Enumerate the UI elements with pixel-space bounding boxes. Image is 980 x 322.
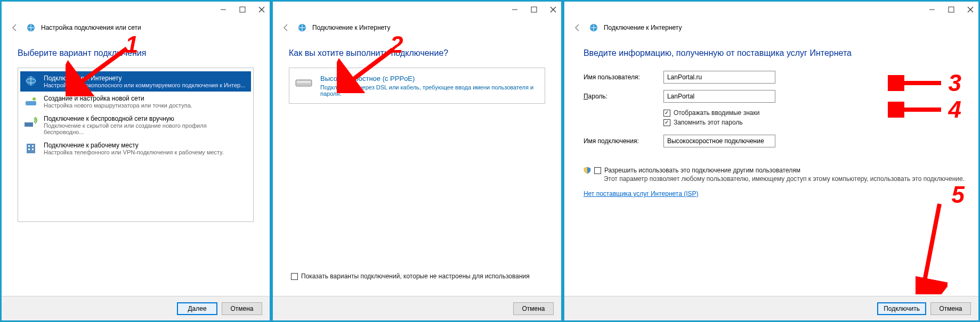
header-row: Подключение к Интернету — [273, 18, 561, 36]
header-title: Настройка подключения или сети — [41, 24, 141, 31]
minimize-button[interactable] — [511, 6, 519, 13]
titlebar — [2, 2, 270, 18]
wizard-step-1: Настройка подключения или сети Выберите … — [0, 0, 271, 322]
password-input[interactable] — [663, 90, 775, 103]
checkbox-checked-icon: ✓ — [663, 110, 670, 117]
checkbox-label: Показать варианты подключений, которые н… — [301, 273, 530, 280]
option-title: Подключение к беспроводной сети вручную — [44, 115, 248, 122]
show-unconfigured-checkbox[interactable]: Показать варианты подключений, которые н… — [291, 273, 545, 280]
svg-rect-18 — [531, 7, 537, 12]
annotation-number-4: 4 — [949, 96, 961, 123]
option-title: Подключение к рабочему месту — [44, 142, 224, 149]
svg-rect-14 — [28, 148, 30, 150]
annotation-number-2: 2 — [390, 31, 403, 58]
footer: Отмена — [273, 296, 561, 320]
titlebar — [564, 2, 978, 18]
svg-rect-26 — [949, 7, 954, 12]
footer: Далее Отмена — [2, 296, 270, 320]
allow-others-hint: Этот параметр позволяет любому пользоват… — [604, 175, 965, 183]
option-internet-connection[interactable]: Подключение к Интернету Настройка широко… — [20, 71, 251, 92]
option-desc: Настройка телефонного или VPN-подключени… — [44, 149, 224, 155]
maximize-button[interactable] — [947, 6, 955, 13]
option-pppoe[interactable]: Высокоскоростное (с PPPoE) Подключение ч… — [289, 68, 545, 104]
connection-name-label: Имя подключения: — [584, 137, 658, 145]
page-heading: Введите информацию, полученную от постав… — [584, 48, 965, 58]
wizard-step-2: Подключение к Интернету Как вы хотите вы… — [271, 0, 563, 322]
page-heading: Как вы хотите выполнить подключение? — [289, 48, 545, 58]
annotation-arrow-1 — [66, 43, 135, 96]
no-isp-link[interactable]: Нет поставщика услуг Интернета (ISP) — [584, 190, 965, 197]
connect-button[interactable]: Подключить — [877, 302, 926, 315]
annotation-number-3: 3 — [949, 70, 961, 96]
header-title: Подключение к Интернету — [604, 24, 682, 31]
checkbox-checked-icon: ✓ — [663, 119, 670, 126]
svg-rect-1 — [240, 7, 245, 12]
network-icon — [26, 23, 36, 32]
header-title: Подключение к Интернету — [312, 24, 391, 31]
allow-others-checkbox[interactable]: Разрешить использовать это подключение д… — [594, 167, 800, 174]
cancel-button[interactable]: Отмена — [222, 302, 262, 315]
username-label: Имя пользователя: — [584, 73, 658, 81]
cancel-button[interactable]: Отмена — [513, 302, 554, 315]
checkbox-label: Отображать вводимые знаки — [674, 109, 759, 117]
footer: Подключить Отмена — [564, 296, 978, 320]
building-icon — [23, 142, 38, 154]
network-icon — [589, 23, 598, 32]
checkbox-label: Разрешить использовать это подключение д… — [604, 167, 800, 174]
close-button[interactable] — [258, 6, 265, 13]
svg-line-16 — [76, 48, 127, 86]
svg-rect-11 — [27, 144, 35, 153]
svg-rect-13 — [32, 145, 34, 147]
annotation-number-1: 1 — [125, 31, 138, 58]
option-desc: Подключение к скрытой сети или создание … — [44, 122, 248, 135]
shield-icon — [584, 167, 591, 174]
minimize-button[interactable] — [220, 6, 227, 13]
checkbox-label: Запомнить этот пароль — [674, 119, 743, 126]
back-button[interactable] — [572, 22, 584, 34]
svg-line-24 — [347, 49, 393, 84]
svg-point-9 — [33, 97, 36, 101]
checkbox-icon — [291, 273, 298, 280]
wifi-icon — [23, 115, 38, 128]
svg-rect-12 — [28, 145, 30, 147]
svg-rect-15 — [32, 148, 34, 150]
back-button[interactable] — [9, 22, 21, 34]
annotation-number-5: 5 — [952, 181, 965, 208]
connection-options-list: Подключение к Интернету Настройка широко… — [18, 68, 254, 222]
svg-rect-23 — [297, 81, 311, 83]
username-input[interactable] — [663, 71, 775, 84]
checkbox-icon — [594, 167, 601, 174]
maximize-button[interactable] — [239, 6, 246, 13]
minimize-button[interactable] — [928, 6, 936, 13]
globe-icon — [23, 75, 38, 87]
option-wireless-manual[interactable]: Подключение к беспроводной сети вручную … — [20, 112, 251, 138]
maximize-button[interactable] — [530, 6, 538, 13]
option-desc: Настройка нового маршрутизатора или точк… — [44, 102, 192, 109]
next-button[interactable]: Далее — [177, 302, 217, 315]
back-button[interactable] — [280, 22, 292, 34]
close-button[interactable] — [967, 6, 974, 13]
modem-icon — [295, 75, 314, 88]
annotation-arrow-5 — [916, 199, 947, 294]
wizard-step-3: Подключение к Интернету Введите информац… — [563, 0, 980, 322]
remember-password-checkbox[interactable]: ✓ Запомнить этот пароль — [663, 119, 743, 126]
svg-line-32 — [924, 204, 939, 286]
connection-name-input[interactable] — [663, 135, 775, 147]
annotation-arrow-4 — [888, 102, 946, 118]
password-label: Пароль: — [584, 93, 658, 100]
titlebar — [273, 2, 561, 18]
annotation-arrow-3 — [888, 75, 946, 91]
option-workplace[interactable]: Подключение к рабочему месту Настройка т… — [20, 138, 251, 159]
header-row: Подключение к Интернету — [564, 18, 978, 36]
svg-rect-8 — [26, 101, 36, 105]
cancel-button[interactable]: Отмена — [930, 302, 971, 315]
show-characters-checkbox[interactable]: ✓ Отображать вводимые знаки — [663, 109, 759, 117]
router-icon — [23, 95, 38, 108]
close-button[interactable] — [549, 6, 557, 13]
svg-rect-10 — [25, 122, 33, 127]
option-new-network[interactable]: Создание и настройка новой сети Настройк… — [20, 92, 251, 112]
network-icon — [297, 23, 307, 32]
